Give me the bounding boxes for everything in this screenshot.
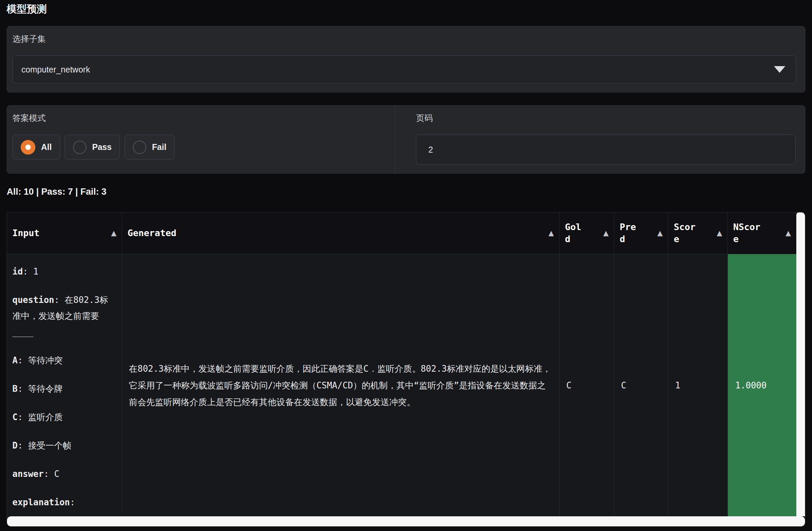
answer-mode-radio-row: All Pass Fail <box>12 134 386 160</box>
subset-dropdown[interactable]: computer_network <box>12 55 796 84</box>
page-number-group: 页码 2 <box>395 105 805 173</box>
cell-generated[interactable]: 在802.3标准中，发送帧之前需要监听介质，因此正确答案是C．监听介质。802.… <box>122 254 560 516</box>
cell-input[interactable]: id: 1 question: 在802.3标准中，发送帧之前需要____ A:… <box>7 254 122 516</box>
sort-asc-icon[interactable]: ▲ <box>786 227 791 239</box>
subset-label: 选择子集 <box>12 33 796 44</box>
filter-panel: 答案模式 All Pass Fail 页码 2 <box>7 105 805 174</box>
radio-option-all[interactable]: All <box>12 134 60 160</box>
stats-text: All: 10 | Pass: 7 | Fail: 3 <box>7 186 805 197</box>
column-header-pred[interactable]: Pred ▲ <box>614 212 668 254</box>
page-title: 模型预测 <box>7 1 805 17</box>
sort-asc-icon[interactable]: ▲ <box>603 227 609 239</box>
subset-panel: 选择子集 computer_network <box>7 26 805 92</box>
page: 模型预测 选择子集 computer_network 答案模式 All Pass <box>0 0 812 527</box>
sort-asc-icon[interactable]: ▲ <box>549 227 554 239</box>
radio-selected-icon <box>21 140 35 155</box>
radio-option-fail[interactable]: Fail <box>125 134 175 160</box>
table-row: id: 1 question: 在802.3标准中，发送帧之前需要____ A:… <box>7 254 796 516</box>
radio-unselected-icon <box>73 141 86 154</box>
sort-asc-icon[interactable]: ▲ <box>717 227 722 239</box>
column-header-generated[interactable]: Generated ▲ <box>122 212 560 254</box>
cell-score[interactable]: 1 <box>668 254 728 516</box>
cell-nscore[interactable]: 1.0000 <box>728 254 796 516</box>
table-horizontal-scrollbar[interactable] <box>7 516 805 526</box>
dropdown-arrow-icon <box>774 66 785 73</box>
answer-mode-group: 答案模式 All Pass Fail <box>7 105 395 173</box>
sort-asc-icon[interactable]: ▲ <box>111 227 117 239</box>
column-header-score[interactable]: Score ▲ <box>668 212 728 254</box>
table-header-row: Input ▲ Generated ▲ Gold ▲ Pred ▲ Score <box>7 212 796 254</box>
cell-gold[interactable]: C <box>560 254 614 516</box>
answer-mode-label: 答案模式 <box>12 112 386 124</box>
radio-option-label: Fail <box>152 142 166 152</box>
predictions-table: Input ▲ Generated ▲ Gold ▲ Pred ▲ Score <box>7 212 805 527</box>
column-header-input[interactable]: Input ▲ <box>7 212 122 254</box>
page-number-label: 页码 <box>416 112 796 124</box>
column-header-gold[interactable]: Gold ▲ <box>560 212 614 254</box>
radio-option-label: All <box>41 142 52 152</box>
table-vertical-scrollbar[interactable] <box>796 212 805 516</box>
column-header-nscore[interactable]: NScore ▲ <box>728 212 796 254</box>
subset-dropdown-value: computer_network <box>21 65 90 74</box>
sort-asc-icon[interactable]: ▲ <box>657 227 663 239</box>
radio-option-label: Pass <box>92 142 112 152</box>
table-main: Input ▲ Generated ▲ Gold ▲ Pred ▲ Score <box>7 212 796 516</box>
radio-option-pass[interactable]: Pass <box>65 134 120 160</box>
page-number-value: 2 <box>429 145 433 155</box>
cell-pred[interactable]: C <box>614 254 668 516</box>
page-number-input[interactable]: 2 <box>416 134 796 164</box>
radio-unselected-icon <box>133 141 146 154</box>
